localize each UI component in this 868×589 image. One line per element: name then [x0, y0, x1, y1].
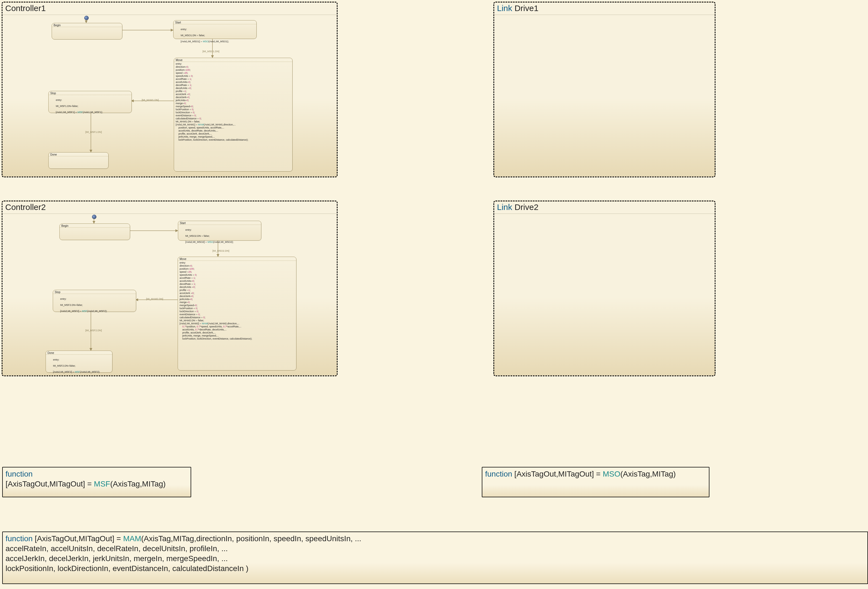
transition-label: [MI_MSO2.DN] [213, 249, 229, 252]
state-stop[interactable]: Stop entry: MI_MSF2.DN=false; [Axis2,MI_… [53, 290, 136, 312]
state-header: Done [49, 152, 108, 156]
state-header: Move [174, 58, 292, 62]
state-header: Move [178, 257, 296, 261]
state-body: entry:direction=0;position=100;speed =25… [178, 261, 296, 341]
title-rule [3, 214, 337, 214]
state-move[interactable]: Move entry:direction=0;position=100;spee… [174, 58, 292, 171]
transition-label: [MI_MSF1.DN] [86, 131, 102, 133]
chart-title: Controller1 [5, 4, 46, 13]
state-begin[interactable]: Begin [59, 223, 130, 240]
state-stop[interactable]: Stop entry: MI_MSF1.DN=false; [Axis1,MI_… [48, 91, 132, 113]
chart-controller2: Controller2 Begin Start entry: MI_MSO2.D… [1, 201, 338, 376]
state-body: entry: MI_MSF2.DN=false; [Axis2,MI_MSF2]… [53, 294, 136, 317]
state-header: Stop [53, 290, 136, 294]
chart-drive1: Link Drive1 [493, 1, 716, 177]
title-rule [3, 15, 337, 15]
title-rule [494, 214, 714, 214]
state-header: Begin [60, 224, 130, 227]
diagram-canvas: Controller1 Begin Start [0, 0, 868, 589]
chart-controller1: Controller1 Begin Start [1, 1, 338, 177]
state-header: Begin [52, 23, 122, 27]
function-msf[interactable]: function [AxisTagOut,MITagOut] = MSF(Axi… [2, 467, 191, 497]
state-header: Start [174, 21, 256, 24]
chart-drive2: Link Drive2 [493, 201, 716, 376]
state-body: entry: MI_MSF2.DN=false; [Axis2,MI_MSF2]… [46, 355, 112, 378]
state-body: entry: MI_MSO2.DN = false; [Axis2,MI_MSO… [178, 225, 261, 248]
chart-title: Controller2 [5, 202, 46, 212]
state-body: entry:direction=0;position=100;speed =25… [174, 62, 292, 143]
state-move[interactable]: Move entry:direction=0;position=100;spee… [178, 257, 297, 371]
chart-title: Link Drive1 [497, 4, 539, 13]
state-body: entry: MI_MSF1.DN=false; [Axis1,MI_MSF1]… [49, 95, 131, 118]
state-body: entry: MI_MSO1.DN = false; [Axis1,MI_MSO… [174, 24, 256, 47]
transition-label: [MI_MSO1.DN] [202, 50, 219, 53]
state-header: Stop [49, 91, 131, 95]
state-done[interactable]: Done entry: MI_MSF2.DN=false; [Axis2,MI_… [46, 351, 112, 373]
transition-label: [MI_MSF2.DN] [86, 329, 102, 332]
transition-label: [MI_MAM1.DN] [142, 99, 159, 101]
state-done[interactable]: Done [48, 152, 109, 169]
initial-state-icon [92, 215, 96, 219]
function-mso[interactable]: function [AxisTagOut,MITagOut] = MSO(Axi… [482, 467, 709, 497]
state-start[interactable]: Start entry: MI_MSO1.DN = false; [Axis1,… [173, 20, 257, 39]
function-mam[interactable]: function [AxisTagOut,MITagOut] = MAM(Axi… [2, 531, 868, 584]
state-header: Done [46, 351, 112, 355]
chart-title: Link Drive2 [497, 202, 539, 212]
initial-state-icon [84, 16, 89, 20]
state-header: Start [178, 221, 261, 225]
state-begin[interactable]: Begin [52, 23, 123, 40]
title-rule [494, 15, 714, 15]
state-start[interactable]: Start entry: MI_MSO2.DN = false; [Axis2,… [178, 221, 261, 241]
transition-label: [MI_MAM2.DN] [146, 298, 163, 300]
